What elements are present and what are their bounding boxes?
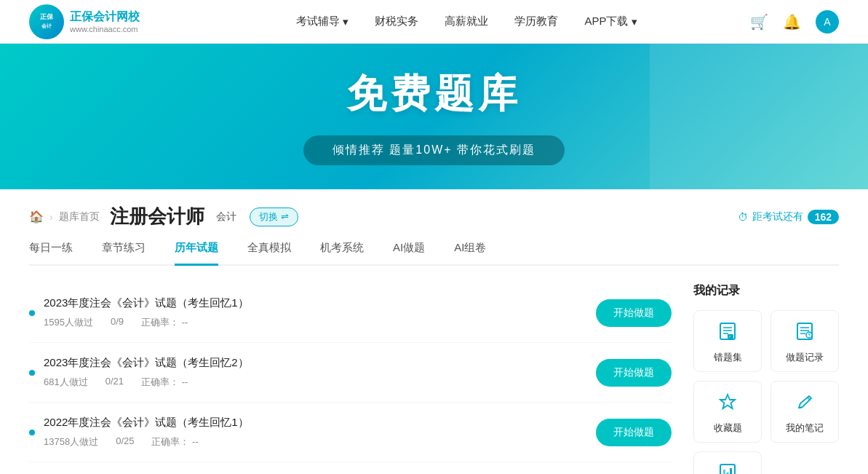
header: 正保 会计 正保会计网校 www.chinaacc.com 考试辅导 ▾ 财税实… [0,0,868,44]
sidebar-card-favorites[interactable]: 收藏题 [693,381,762,443]
sidebar-grid: ✓ 错题集 [693,310,839,474]
chevron-down-icon: ▾ [343,15,349,28]
tab-computer-exam[interactable]: 机考系统 [320,241,364,266]
clock-icon: ⏱ [738,211,748,223]
question-item: 2023年度注会《会计》试题（考生回忆1） 1595人做过 0/9 正确率： -… [29,283,672,343]
svg-text:✓: ✓ [728,334,731,339]
question-progress: 0/9 [111,316,124,329]
tab-bar: 每日一练 章节练习 历年试题 全真模拟 机考系统 AI做题 AI组卷 [29,241,839,266]
switch-button[interactable]: 切换 ⇌ [250,208,298,226]
question-dot [29,370,35,376]
nav-item-app[interactable]: APP下载 ▾ [584,15,637,28]
question-list: 2023年度注会《会计》试题（考生回忆1） 1595人做过 0/9 正确率： -… [29,283,672,474]
banner-subtitle: 倾情推荐 题量10W+ 带你花式刷题 [303,135,565,165]
question-progress: 0/21 [105,376,124,389]
exam-countdown-label: 距考试还有 [752,210,803,224]
question-progress: 0/25 [116,435,134,449]
sidebar-card-report[interactable]: 做题报告 [693,451,762,474]
countdown-days: 162 [808,210,839,224]
logo-icon: 正保 会计 [29,4,64,39]
tab-history[interactable]: 历年试题 [175,241,218,266]
sidebar-card-history[interactable]: 做题记录 [771,310,839,372]
logo-text: 正保会计网校 www.chinaacc.com [70,9,140,33]
question-info: 2023年度注会《会计》试题（考生回忆2） 681人做过 0/21 正确率： -… [44,356,596,389]
notes-icon [795,392,815,417]
svg-marker-16 [720,395,735,408]
question-meta: 681人做过 0/21 正确率： -- [44,376,596,389]
question-info: 2023年度注会《会计》试题（考生回忆1） 1595人做过 0/9 正确率： -… [44,296,596,329]
breadcrumb-separator: › [49,211,53,223]
logo-url: www.chinaacc.com [70,25,140,33]
do-history-icon [795,321,815,347]
tab-ai-practice[interactable]: AI做题 [393,241,425,266]
question-people: 13758人做过 [44,435,98,449]
banner: 免费题库 倾情推荐 题量10W+ 带你花式刷题 [0,44,868,189]
avatar[interactable]: A [816,10,839,33]
wrong-questions-icon: ✓ [717,321,738,347]
start-button-2[interactable]: 开始做题 [596,359,672,387]
right-sidebar: 我的记录 ✓ 错题集 [693,283,839,474]
question-info: 2022年度注会《会计》试题（考生回忆1） 13758人做过 0/25 正确率：… [44,416,596,449]
breadcrumb: 🏠 › 题库首页 注册会计师 会计 切换 ⇌ ⏱ 距考试还有 162 [29,204,839,229]
nav-item-exam-guide[interactable]: 考试辅导 ▾ [296,15,349,28]
question-accuracy: 正确率： -- [141,316,188,329]
page-title: 注册会计师 [110,204,204,229]
sidebar-card-notes-label: 我的笔记 [786,422,824,435]
question-item: 2023年度注会《会计》试题（考生回忆2） 681人做过 0/21 正确率： -… [29,343,672,403]
question-title: 2023年度注会《会计》试题（考生回忆2） [44,356,596,370]
nav-item-finance[interactable]: 财税实务 [375,15,418,28]
nav-item-education[interactable]: 学历教育 [514,15,558,28]
question-meta: 1595人做过 0/9 正确率： -- [44,316,596,329]
question-people: 1595人做过 [44,316,93,329]
sidebar-card-wrong-label: 错题集 [714,351,742,364]
question-item: 2022年度注会《会计》试题（考生回忆1） 13758人做过 0/25 正确率：… [29,403,672,462]
favorites-icon [717,392,738,417]
question-title: 2023年度注会《会计》试题（考生回忆1） [44,296,596,310]
sidebar-title: 我的记录 [693,283,839,299]
start-button-3[interactable]: 开始做题 [596,419,672,446]
question-dot [29,310,35,316]
tab-ai-paper[interactable]: AI组卷 [454,241,486,266]
svg-text:正保: 正保 [40,13,54,20]
breadcrumb-home-icon[interactable]: 🏠 [29,210,44,224]
cart-icon[interactable]: 🛒 [750,13,768,31]
question-meta: 13758人做过 0/25 正确率： -- [44,435,596,449]
main-nav: 考试辅导 ▾ 财税实务 高薪就业 学历教育 APP下载 ▾ [183,15,750,28]
banner-title: 免费题库 [347,68,522,121]
tab-daily[interactable]: 每日一练 [29,241,73,266]
sidebar-card-notes[interactable]: 我的笔记 [771,381,839,443]
question-title: 2022年度注会《会计》试题（考生回忆1） [44,416,596,430]
start-button-1[interactable]: 开始做题 [596,299,672,327]
tab-fullsim[interactable]: 全真模拟 [247,241,291,266]
svg-text:会计: 会计 [41,23,52,29]
question-people: 681人做过 [44,376,88,389]
bell-icon[interactable]: 🔔 [783,13,801,31]
svg-rect-20 [723,470,725,474]
main-container: 🏠 › 题库首页 注册会计师 会计 切换 ⇌ ⏱ 距考试还有 162 每日一练 … [0,189,868,474]
sidebar-card-favorites-label: 收藏题 [714,422,742,435]
subject-tag: 会计 [216,210,236,224]
nav-item-career[interactable]: 高薪就业 [445,15,488,28]
question-accuracy: 正确率： -- [151,435,198,449]
report-icon [717,462,738,474]
logo[interactable]: 正保 会计 正保会计网校 www.chinaacc.com [29,4,140,39]
sidebar-card-history-label: 做题记录 [786,351,824,364]
content-area: 2023年度注会《会计》试题（考生回忆1） 1595人做过 0/9 正确率： -… [29,283,839,474]
logo-name: 正保会计网校 [70,9,140,25]
breadcrumb-item-question-bank[interactable]: 题库首页 [59,210,100,224]
exam-countdown: ⏱ 距考试还有 162 [738,210,839,224]
header-icons: 🛒 🔔 A [750,10,839,33]
question-dot [29,430,35,435]
question-accuracy: 正确率： -- [141,376,188,389]
sidebar-card-wrong[interactable]: ✓ 错题集 [693,310,762,372]
chevron-down-icon: ▾ [632,15,637,28]
svg-rect-22 [730,468,732,474]
svg-line-17 [808,398,810,400]
tab-chapter[interactable]: 章节练习 [102,241,146,266]
switch-icon: ⇌ [281,211,289,222]
